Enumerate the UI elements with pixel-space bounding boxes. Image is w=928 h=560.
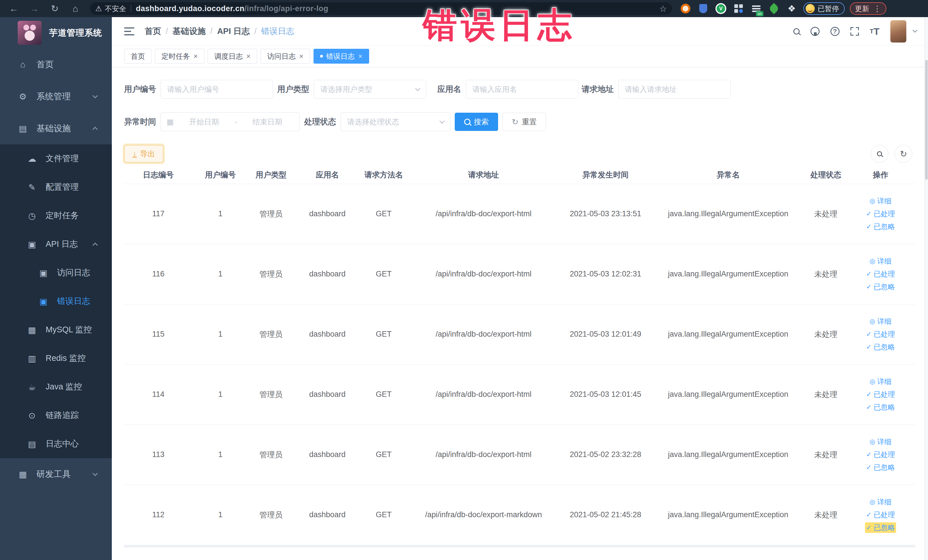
fullscreen-icon[interactable] (850, 27, 859, 36)
user-avatar[interactable] (890, 20, 906, 43)
mark-processed-link[interactable]: ✓已处理 (865, 389, 896, 400)
mark-ignored-link[interactable]: ✓已忽略 (865, 282, 896, 292)
mark-ignored-link[interactable]: ✓已忽略 (865, 402, 896, 412)
browser-update-button[interactable]: 更新 ⋮ (850, 2, 886, 15)
sidebar-item-配置管理[interactable]: ✎配置管理 (0, 173, 112, 201)
sidebar-item-API 日志[interactable]: ▣API 日志 (0, 230, 112, 258)
sidebar-item-链路追踪[interactable]: ⊙链路追踪 (0, 401, 112, 430)
tab-label: 访问日志 (267, 52, 296, 61)
collapse-sidebar-icon[interactable] (124, 27, 134, 35)
detail-link[interactable]: ◎详细 (868, 497, 893, 507)
detail-link[interactable]: ◎详细 (868, 376, 893, 387)
tab-错误日志[interactable]: 错误日志× (313, 49, 369, 64)
search-button[interactable]: 搜索 (455, 113, 498, 131)
help-icon[interactable]: ? (830, 27, 839, 36)
process-status-select[interactable]: 请选择处理状态 (340, 112, 450, 131)
mark-processed-link[interactable]: ✓已处理 (865, 209, 896, 219)
sidebar-item-文件管理[interactable]: ☁文件管理 (0, 144, 112, 173)
extension-vue-icon[interactable]: V (715, 3, 727, 15)
close-icon[interactable]: × (246, 52, 250, 60)
reload-icon[interactable]: ↻ (47, 3, 62, 14)
sidebar-item-访问日志[interactable]: ▣访问日志 (0, 258, 112, 287)
forward-icon[interactable]: → (27, 3, 42, 14)
toggle-search-button[interactable] (871, 145, 888, 163)
breadcrumb-item[interactable]: 首页 (145, 26, 161, 37)
back-icon[interactable]: ← (6, 3, 21, 14)
github-icon[interactable] (810, 27, 820, 36)
user-id-input[interactable] (160, 80, 273, 99)
cell-actions: ◎详细✓已处理✓已忽略 (846, 424, 915, 485)
user-type-select[interactable]: 请选择用户类型 (314, 80, 426, 99)
chevron-down-icon[interactable] (913, 27, 917, 32)
tab-定时任务[interactable]: 定时任务× (155, 49, 204, 64)
app-name-input[interactable] (466, 80, 578, 99)
detail-link[interactable]: ◎详细 (868, 196, 893, 206)
close-icon[interactable]: × (194, 52, 198, 60)
cell-status: 未处理 (806, 485, 846, 545)
check-icon: ✓ (866, 464, 872, 471)
sidebar-item-MySQL 监控[interactable]: ▦MySQL 监控 (0, 316, 112, 344)
breadcrumb-item[interactable]: 基础设施 (172, 26, 206, 37)
mark-processed-link[interactable]: ✓已处理 (865, 510, 896, 520)
cell-user_id: 1 (192, 364, 248, 424)
bookmark-star-icon[interactable]: ☆ (659, 4, 667, 14)
font-size-icon[interactable]: TT (870, 26, 879, 36)
sidebar-item-日志中心[interactable]: ▤日志中心 (0, 430, 112, 458)
extension-leaf-icon[interactable] (768, 3, 780, 15)
sidebar-item-错误日志[interactable]: ▣错误日志 (0, 287, 112, 316)
browser-profile-chip[interactable]: 已暂停 (803, 2, 845, 15)
breadcrumb-item: 错误日志 (261, 26, 295, 37)
extension-target-icon[interactable] (679, 3, 691, 15)
active-tab-dot-icon (320, 55, 323, 58)
detail-link[interactable]: ◎详细 (868, 316, 893, 327)
extensions-puzzle-icon[interactable]: ❖ (786, 3, 798, 15)
row-actions: ◎详细✓已处理✓已忽略 (847, 196, 913, 232)
extension-on-toggle-icon[interactable]: on (750, 3, 762, 15)
detail-link[interactable]: ◎详细 (868, 256, 893, 267)
browser-menu-kebab-icon[interactable]: ⋮ (873, 4, 881, 14)
exception-time-range-picker[interactable]: ▦ 开始日期 - 结束日期 (160, 112, 300, 131)
close-icon[interactable]: × (358, 52, 363, 60)
chevron-down-icon (415, 86, 420, 91)
mark-ignored-link[interactable]: ✓已忽略 (865, 342, 896, 352)
tab-访问日志[interactable]: 访问日志× (261, 49, 310, 64)
sidebar-item-基础设施[interactable]: ▤基础设施 (0, 112, 112, 144)
scrollbar-thumb[interactable] (925, 60, 928, 180)
sidebar-item-系统管理[interactable]: ⚙系统管理 (0, 81, 112, 112)
refresh-table-button[interactable]: ↻ (894, 145, 912, 163)
action-label: 已处理 (873, 450, 895, 459)
security-warning-icon[interactable]: ⚠ (95, 4, 102, 13)
mark-ignored-link[interactable]: ✓已忽略 (865, 462, 896, 473)
mark-ignored-link[interactable]: ✓已忽略 (865, 522, 896, 533)
chevron-down-icon (439, 118, 444, 124)
tab-首页[interactable]: 首页 (124, 49, 151, 64)
breadcrumb-item[interactable]: API 日志 (217, 26, 250, 37)
app-logo-row[interactable]: 芋道管理系统 (0, 17, 112, 49)
sidebar-item-研发工具[interactable]: ▦研发工具 (0, 458, 112, 490)
mark-processed-link[interactable]: ✓已处理 (865, 449, 896, 460)
search-icon[interactable] (793, 28, 800, 35)
cell-user_id: 1 (192, 244, 248, 304)
close-icon[interactable]: × (299, 52, 303, 60)
detail-link[interactable]: ◎详细 (868, 436, 893, 447)
address-bar[interactable]: ⚠ 不安全 dashboard.yudao.iocoder.cn/infra/l… (90, 2, 672, 15)
sidebar-item-首页[interactable]: ⌂首页 (0, 49, 112, 81)
mark-processed-link[interactable]: ✓已处理 (865, 329, 896, 339)
sidebar-item-定时任务[interactable]: ◷定时任务 (0, 201, 112, 230)
page-scrollbar[interactable] (924, 17, 928, 560)
sidebar-item-Java 监控[interactable]: ☕Java 监控 (0, 372, 112, 401)
eye-icon: ◎ (870, 317, 875, 325)
mark-ignored-link[interactable]: ✓已忽略 (865, 221, 896, 232)
refresh-icon: ↻ (512, 117, 518, 127)
sidebar-item-Redis 监控[interactable]: ▥Redis 监控 (0, 344, 112, 372)
request-url-input[interactable] (618, 80, 731, 99)
extension-grid-icon[interactable] (733, 3, 745, 15)
browser-home-icon[interactable]: ⌂ (68, 3, 83, 14)
extension-shield-icon[interactable] (697, 3, 709, 15)
tab-调度日志[interactable]: 调度日志× (208, 49, 257, 64)
reset-button[interactable]: ↻ 重置 (502, 113, 546, 131)
action-label: 已处理 (873, 269, 895, 279)
cell-time: 2021-05-03 12:01:45 (560, 364, 650, 424)
export-button[interactable]: ↓ 导出 (124, 145, 163, 163)
mark-processed-link[interactable]: ✓已处理 (865, 269, 896, 279)
